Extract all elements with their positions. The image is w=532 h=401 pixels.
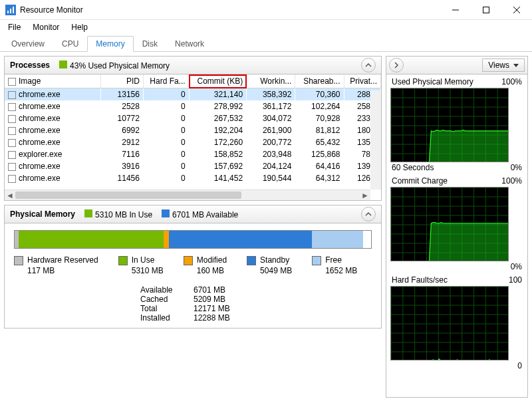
chevron-right-icon xyxy=(393,62,400,68)
table-row[interactable]: chrome.exe 25280278,992 361,172102,26425… xyxy=(5,100,381,112)
row-checkbox[interactable] xyxy=(8,103,16,111)
svg-rect-2 xyxy=(10,9,11,13)
memory-legend: Hardware Reserved117 MBIn Use5310 MBModi… xyxy=(14,255,372,276)
maximize-button[interactable] xyxy=(471,0,501,20)
views-button[interactable]: Views xyxy=(482,59,525,72)
table-row[interactable]: chrome.exe 69920192,204 261,90081,812180… xyxy=(5,124,381,136)
swatch-icon xyxy=(14,256,23,265)
memory-stats: Available6701 MBCached5209 MBTotal12171 … xyxy=(140,285,372,323)
tab-network[interactable]: Network xyxy=(166,36,213,52)
menu-file[interactable]: File xyxy=(3,21,26,33)
processes-header[interactable]: Processes 43% Used Physical Memory xyxy=(4,56,382,74)
horizontal-scrollbar[interactable]: ◄ ► xyxy=(5,190,370,200)
physical-memory-header[interactable]: Physical Memory 5310 MB In Use 6701 MB A… xyxy=(4,205,382,223)
title-bar: Resource Monitor xyxy=(0,0,532,20)
table-row[interactable]: chrome.exe 114560141,452 190,54464,31212… xyxy=(5,172,381,184)
swatch-icon xyxy=(312,256,321,265)
physical-available: 6701 MB Available xyxy=(172,210,238,219)
memory-segment xyxy=(164,231,169,248)
swatch-icon xyxy=(184,256,193,265)
graph-max: 100 xyxy=(509,275,522,285)
col-private[interactable]: Privat... xyxy=(344,74,381,88)
tab-disk[interactable]: Disk xyxy=(134,36,166,52)
tab-overview[interactable]: Overview xyxy=(3,36,53,52)
table-row[interactable]: chrome.exe 39160157,692 204,12464,416139… xyxy=(5,160,381,172)
memory-segment xyxy=(19,231,164,248)
graph-canvas xyxy=(390,286,509,360)
col-pid[interactable]: PID xyxy=(100,74,143,88)
svg-rect-5 xyxy=(483,7,489,13)
graph-right-label: 0% xyxy=(511,163,522,172)
svg-rect-1 xyxy=(7,11,9,13)
stat-row: Installed12288 MB xyxy=(140,313,372,323)
menu-help[interactable]: Help xyxy=(66,21,93,33)
tab-cpu[interactable]: CPU xyxy=(53,36,87,52)
available-indicator-icon xyxy=(162,209,170,217)
col-image[interactable]: Image xyxy=(5,74,100,88)
hide-graphs-button[interactable] xyxy=(389,58,404,72)
memory-indicator-icon xyxy=(59,61,67,68)
graph-title: Hard Faults/sec xyxy=(392,275,448,285)
table-row[interactable]: chrome.exe 107720267,532 304,07270,92823… xyxy=(5,112,381,124)
scroll-thumb[interactable] xyxy=(15,192,241,199)
window-title: Resource Monitor xyxy=(20,5,440,15)
menu-monitor[interactable]: Monitor xyxy=(27,21,65,33)
minimize-button[interactable] xyxy=(440,0,471,20)
graph-block: Used Physical Memory100% 60 Seconds0% xyxy=(390,77,523,172)
collapse-button[interactable] xyxy=(361,207,376,221)
memory-bar xyxy=(14,230,372,249)
col-hardfaults[interactable]: Hard Fa... xyxy=(143,74,189,88)
graph-canvas xyxy=(390,187,509,261)
collapse-button[interactable] xyxy=(361,58,376,72)
svg-rect-3 xyxy=(13,7,14,13)
stat-row: Available6701 MB xyxy=(140,285,372,295)
svg-marker-8 xyxy=(513,64,519,67)
tab-strip: Overview CPU Memory Disk Network xyxy=(0,35,532,52)
graphs-sidebar: Views Used Physical Memory100% 60 Second… xyxy=(386,52,532,401)
graph-block: Hard Faults/sec100 0 xyxy=(390,275,523,370)
scroll-right-icon[interactable]: ► xyxy=(360,190,370,201)
col-working[interactable]: Workin... xyxy=(247,74,295,88)
chevron-up-icon xyxy=(365,211,372,217)
menu-bar: File Monitor Help xyxy=(0,20,532,35)
inuse-indicator-icon xyxy=(84,209,92,217)
memory-segment xyxy=(169,231,312,248)
table-row[interactable]: explorer.exe 71160158,852 203,948125,868… xyxy=(5,148,381,160)
legend-item: Free1652 MB xyxy=(312,255,357,276)
graph-right-label: 0% xyxy=(511,262,522,271)
graph-max: 100% xyxy=(501,77,522,86)
vertical-scrollbar[interactable] xyxy=(370,90,381,190)
row-checkbox[interactable] xyxy=(8,139,16,147)
table-row[interactable]: chrome.exe 131560321,140 358,39270,36028… xyxy=(5,88,381,101)
row-checkbox[interactable] xyxy=(8,163,16,171)
graph-block: Commit Charge100% 0% xyxy=(390,176,523,271)
processes-panel: Processes 43% Used Physical Memory Image… xyxy=(4,56,382,201)
graph-left-label: 60 Seconds xyxy=(392,163,434,172)
row-checkbox[interactable] xyxy=(8,91,16,99)
graph-right-label: 0 xyxy=(517,361,522,370)
row-checkbox[interactable] xyxy=(8,151,16,159)
legend-item: In Use5310 MB xyxy=(118,255,164,276)
select-all-checkbox[interactable] xyxy=(8,78,16,86)
row-checkbox[interactable] xyxy=(8,175,16,183)
close-button[interactable] xyxy=(501,0,532,20)
memory-segment xyxy=(312,231,363,248)
processes-summary: 43% Used Physical Memory xyxy=(70,61,170,70)
graph-max: 100% xyxy=(501,176,522,186)
graph-canvas xyxy=(390,88,509,162)
swatch-icon xyxy=(247,256,256,265)
col-commit[interactable]: Commit (KB) xyxy=(189,74,246,88)
row-checkbox[interactable] xyxy=(8,127,16,135)
scroll-left-icon[interactable]: ◄ xyxy=(5,190,15,201)
physical-memory-panel: Physical Memory 5310 MB In Use 6701 MB A… xyxy=(4,205,382,329)
app-icon xyxy=(5,5,16,15)
stat-row: Cached5209 MB xyxy=(140,295,372,304)
table-row[interactable]: chrome.exe 29120172,260 200,77265,432135… xyxy=(5,136,381,148)
tab-memory[interactable]: Memory xyxy=(87,36,133,52)
row-checkbox[interactable] xyxy=(8,115,16,123)
stat-row: Total12171 MB xyxy=(140,304,372,313)
legend-item: Modified160 MB xyxy=(184,255,227,276)
physical-inuse: 5310 MB In Use xyxy=(95,210,152,219)
chevron-up-icon xyxy=(365,62,372,68)
col-shareable[interactable]: Shareab... xyxy=(295,74,344,88)
